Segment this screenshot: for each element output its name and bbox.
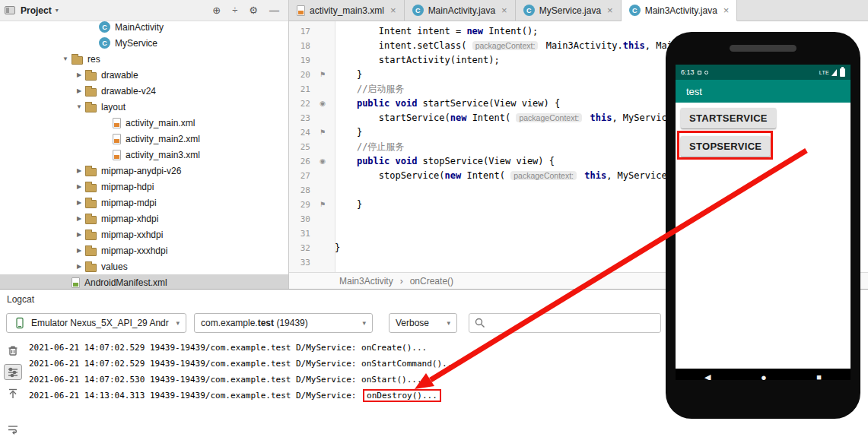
chevron-down-icon[interactable]: ▼: [59, 55, 72, 62]
startservice-button[interactable]: STARTSERVICE: [681, 108, 776, 128]
class-icon: C: [412, 5, 424, 16]
breadcrumb-item-class[interactable]: Main3Activity: [339, 276, 393, 287]
device-selector[interactable]: Emulator Nexus_5X_API_29 Andr ▾: [6, 313, 186, 333]
phone-emulator: 6:13 LTE test STARTSERVICE STOPSERVICE ◀…: [666, 32, 860, 419]
tab-close-icon[interactable]: ×: [607, 5, 613, 16]
chevron-right-icon[interactable]: ▶: [73, 263, 85, 270]
tree-item-label: AndroidManifest.xml: [84, 277, 167, 288]
collapse-all-icon[interactable]: ÷: [232, 5, 237, 16]
tree-item-mipmap-xxxhdpi[interactable]: ▶mipmap-xxxhdpi: [0, 242, 288, 258]
tree-item-label: layout: [101, 102, 126, 112]
bookmark-icon[interactable]: ⚑: [310, 198, 335, 212]
phone-screen: 6:13 LTE test STARTSERVICE STOPSERVICE ◀…: [676, 65, 851, 380]
code-segment: this: [590, 112, 612, 123]
chevron-down-icon[interactable]: ▼: [73, 103, 85, 110]
folder-icon: [85, 200, 97, 208]
chevron-right-icon[interactable]: ▶: [73, 199, 85, 206]
manifest-file-icon: [72, 277, 80, 288]
chevron-right-icon[interactable]: ▶: [73, 215, 85, 222]
code-text: stopService(new Intent( packageContext: …: [335, 169, 717, 183]
tab-MyService.java[interactable]: CMyService.java×: [516, 0, 622, 21]
code-text: public void startService(View view) {: [335, 97, 560, 111]
breadcrumb-item-method[interactable]: onCreate(): [410, 276, 453, 287]
nav-recents-icon[interactable]: ■: [816, 372, 822, 380]
chevron-down-icon[interactable]: ▾: [56, 7, 59, 14]
method-ref-icon[interactable]: ◉: [310, 97, 335, 111]
bookmark-icon[interactable]: ⚑: [310, 125, 335, 140]
battery-icon: [840, 68, 845, 77]
line-number: 28: [289, 183, 310, 198]
nav-back-icon[interactable]: ◀: [704, 372, 711, 381]
hide-panel-icon[interactable]: —: [269, 5, 279, 16]
line-number: 19: [289, 53, 310, 68]
logcat-side-toolbar: [0, 338, 26, 437]
tree-item-res[interactable]: ▼res: [0, 51, 288, 67]
logcat-panel-title[interactable]: Logcat: [7, 294, 34, 305]
tree-item-mipmap-xhdpi[interactable]: ▶mipmap-xhdpi: [0, 211, 288, 226]
soft-wrap-button[interactable]: [4, 422, 22, 437]
network-type-label: LTE: [819, 70, 829, 75]
app-process-selector[interactable]: com.example.test (19439) ▾: [194, 313, 373, 333]
code-segment: startService(View view) {: [417, 98, 560, 109]
tree-item-MainActivity[interactable]: CMainActivity: [0, 19, 288, 35]
tree-item-MyService[interactable]: CMyService: [0, 35, 288, 51]
tree-item-mipmap-anydpi-v26[interactable]: ▶mipmap-anydpi-v26: [0, 163, 288, 179]
chevron-right-icon[interactable]: ▶: [73, 87, 85, 94]
line-number: 30: [289, 212, 310, 226]
tab-activity_main3.xml[interactable]: activity_main3.xml×: [289, 0, 405, 21]
code-segment: }: [335, 242, 340, 253]
log-text: 2021-06-21 14:07:02.529 19439-19439/com.…: [29, 343, 427, 353]
bookmark-icon[interactable]: ⚑: [310, 68, 335, 82]
tree-item-values[interactable]: ▶values: [0, 258, 288, 274]
tab-close-icon[interactable]: ×: [390, 5, 396, 16]
tab-close-icon[interactable]: ×: [723, 5, 730, 16]
tree-item-drawable[interactable]: ▶drawable: [0, 67, 288, 83]
project-panel-header: Project ▾ ⊕ ÷ ⚙ —: [0, 0, 288, 21]
nav-home-icon[interactable]: ●: [761, 372, 767, 381]
chevron-right-icon[interactable]: ▶: [73, 167, 85, 174]
method-ref-icon[interactable]: ◉: [310, 154, 335, 169]
tree-item-mipmap-xxhdpi[interactable]: ▶mipmap-xxhdpi: [0, 226, 288, 242]
tree-item-label: activity_main3.xml: [126, 150, 200, 160]
locate-file-icon[interactable]: ⊕: [212, 5, 221, 16]
logcat-search-input[interactable]: [490, 318, 656, 328]
chevron-down-icon: ▾: [447, 319, 450, 327]
app-process-value: com.example.test (19439): [201, 318, 308, 328]
chevron-right-icon[interactable]: ▶: [73, 183, 85, 190]
app-title: test: [686, 86, 702, 97]
tab-MainActivity.java[interactable]: CMainActivity.java×: [405, 0, 516, 21]
chevron-right-icon[interactable]: ▶: [73, 247, 85, 254]
scroll-to-top-button[interactable]: [4, 386, 22, 401]
code-text: }: [335, 241, 340, 255]
tree-item-AndroidManifest.xml[interactable]: AndroidManifest.xml: [0, 274, 288, 290]
chevron-right-icon[interactable]: ▶: [73, 231, 85, 238]
tree-item-activity_main.xml[interactable]: activity_main.xml: [0, 115, 288, 131]
code-text: }: [335, 125, 362, 140]
tab-close-icon[interactable]: ×: [501, 5, 507, 16]
code-segment: this: [584, 170, 606, 181]
app-bar: test: [676, 80, 851, 103]
logcat-settings-button[interactable]: [4, 364, 22, 380]
project-panel-title[interactable]: Project: [21, 5, 52, 16]
tab-Main3Activity.java[interactable]: CMain3Activity.java×: [622, 0, 738, 21]
annotation-box-stopservice: [677, 131, 773, 160]
tree-item-drawable-v24[interactable]: ▶drawable-v24: [0, 83, 288, 99]
tree-item-activity_main3.xml[interactable]: activity_main3.xml: [0, 147, 288, 163]
tree-item-mipmap-hdpi[interactable]: ▶mipmap-hdpi: [0, 179, 288, 195]
logcat-search[interactable]: [469, 313, 661, 333]
tree-item-mipmap-mdpi[interactable]: ▶mipmap-mdpi: [0, 195, 288, 211]
gear-icon[interactable]: ⚙: [249, 5, 258, 16]
editor-tabs: activity_main3.xml×CMainActivity.java×CM…: [289, 0, 868, 21]
project-tree: CMainActivityCMyService▼res▶drawable▶dra…: [0, 19, 288, 290]
clear-logcat-button[interactable]: [4, 343, 22, 358]
tree-item-layout[interactable]: ▼layout: [0, 99, 288, 115]
tool-window-icon: [5, 6, 15, 14]
tree-item-label: mipmap-hdpi: [101, 182, 154, 192]
tree-item-activity_main2.xml[interactable]: activity_main2.xml: [0, 131, 288, 147]
log-level-value: Verbose: [396, 318, 429, 328]
code-segment: public void: [357, 156, 417, 166]
line-number: 25: [289, 140, 310, 154]
chevron-right-icon[interactable]: ▶: [73, 71, 85, 78]
log-level-selector[interactable]: Verbose ▾: [389, 313, 457, 333]
tab-label: MainActivity.java: [428, 5, 495, 16]
